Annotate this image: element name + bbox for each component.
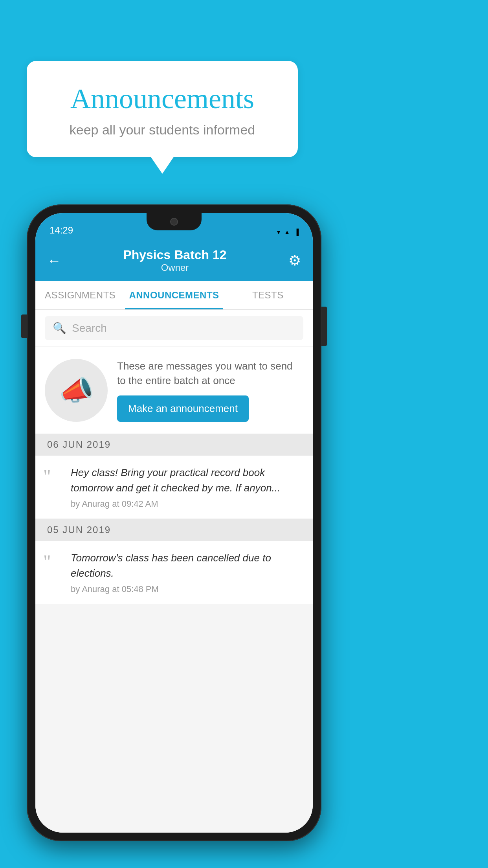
search-bar-container: 🔍 Search (35, 310, 313, 346)
header-title-group: Physics Batch 12 Owner (123, 248, 226, 273)
announcement-item-2[interactable]: " Tomorrow's class has been cancelled du… (35, 541, 313, 604)
quote-icon-1: " (43, 465, 63, 484)
promo-description: These are messages you want to send to t… (117, 359, 303, 388)
announcement-message-1: Hey class! Bring your practical record b… (71, 465, 303, 496)
phone-notch (147, 213, 202, 230)
wifi-icon: ▾ (277, 228, 280, 236)
speech-bubble-card: Announcements keep all your students inf… (27, 61, 298, 157)
phone-device: 14:29 ▾ ▲ ▐ ← Physics Batch 12 Owner ⚙ (27, 204, 321, 841)
tab-announcements[interactable]: ANNOUNCEMENTS (125, 281, 223, 309)
promo-right: These are messages you want to send to t… (117, 359, 303, 422)
header-title: Physics Batch 12 (123, 248, 226, 262)
search-placeholder: Search (72, 322, 107, 335)
tabs-bar: ASSIGNMENTS ANNOUNCEMENTS TESTS (35, 281, 313, 310)
back-button[interactable]: ← (47, 252, 61, 269)
status-bar: 14:29 ▾ ▲ ▐ (35, 213, 313, 241)
search-icon: 🔍 (53, 322, 66, 335)
speech-bubble: Announcements keep all your students inf… (27, 61, 298, 157)
status-icons: ▾ ▲ ▐ (277, 228, 299, 236)
camera (170, 218, 178, 226)
date-separator-2: 05 JUN 2019 (35, 519, 313, 541)
app-header: ← Physics Batch 12 Owner ⚙ (35, 241, 313, 281)
announcement-meta-1: by Anurag at 09:42 AM (71, 499, 303, 509)
settings-icon[interactable]: ⚙ (288, 252, 301, 269)
announcement-meta-2: by Anurag at 05:48 PM (71, 584, 303, 594)
status-time: 14:29 (50, 225, 73, 236)
tab-tests[interactable]: TESTS (223, 281, 313, 309)
announcement-content-1: Hey class! Bring your practical record b… (71, 465, 303, 509)
announcement-content-2: Tomorrow's class has been cancelled due … (71, 550, 303, 594)
bubble-subtitle: keep all your students informed (42, 122, 282, 138)
tab-assignments[interactable]: ASSIGNMENTS (35, 281, 125, 309)
date-separator-1: 06 JUN 2019 (35, 434, 313, 456)
announcement-message-2: Tomorrow's class has been cancelled due … (71, 550, 303, 581)
search-bar[interactable]: 🔍 Search (45, 316, 303, 340)
battery-icon: ▐ (294, 229, 299, 236)
phone-screen: 14:29 ▾ ▲ ▐ ← Physics Batch 12 Owner ⚙ (35, 213, 313, 833)
promo-section: 📣 These are messages you want to send to… (35, 347, 313, 434)
header-subtitle: Owner (123, 262, 226, 273)
megaphone-icon: 📣 (59, 374, 94, 406)
signal-icon: ▲ (284, 229, 290, 236)
quote-icon-2: " (43, 550, 63, 569)
phone-outer-shell: 14:29 ▾ ▲ ▐ ← Physics Batch 12 Owner ⚙ (27, 204, 321, 841)
announcement-item-1[interactable]: " Hey class! Bring your practical record… (35, 456, 313, 519)
make-announcement-button[interactable]: Make an announcement (117, 395, 249, 422)
megaphone-circle: 📣 (45, 359, 108, 422)
bubble-title: Announcements (42, 83, 282, 115)
content-area: 🔍 Search 📣 These are messages you want t… (35, 310, 313, 833)
